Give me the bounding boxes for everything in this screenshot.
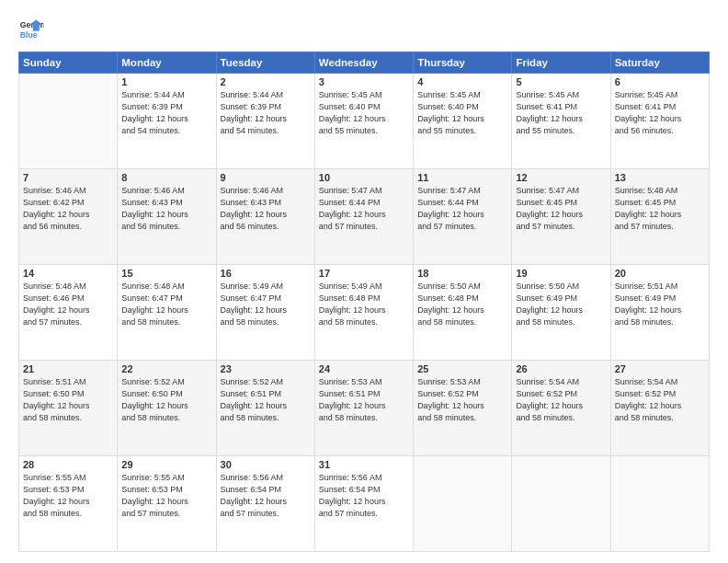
day-number: 7 (23, 172, 113, 183)
day-number: 17 (319, 268, 409, 279)
day-info: Sunrise: 5:49 AM Sunset: 6:48 PM Dayligh… (319, 281, 409, 328)
day-info: Sunrise: 5:47 AM Sunset: 6:44 PM Dayligh… (417, 185, 507, 233)
day-number: 2 (221, 76, 311, 87)
calendar-cell (19, 74, 118, 169)
day-info: Sunrise: 5:45 AM Sunset: 6:41 PM Dayligh… (516, 89, 606, 137)
calendar-cell: 13Sunrise: 5:48 AM Sunset: 6:45 PM Dayli… (610, 169, 709, 265)
day-number: 9 (221, 172, 311, 183)
calendar-cell: 28Sunrise: 5:55 AM Sunset: 6:53 PM Dayli… (19, 456, 118, 552)
calendar-cell: 5Sunrise: 5:45 AM Sunset: 6:41 PM Daylig… (512, 74, 610, 169)
day-number: 29 (121, 459, 211, 470)
day-number: 5 (516, 76, 606, 87)
calendar-cell: 23Sunrise: 5:52 AM Sunset: 6:51 PM Dayli… (216, 361, 314, 456)
day-number: 14 (23, 268, 113, 279)
day-info: Sunrise: 5:52 AM Sunset: 6:50 PM Dayligh… (121, 376, 211, 424)
day-header-thursday: Thursday (414, 52, 512, 74)
day-info: Sunrise: 5:45 AM Sunset: 6:40 PM Dayligh… (417, 89, 507, 137)
calendar-cell: 9Sunrise: 5:46 AM Sunset: 6:43 PM Daylig… (216, 169, 314, 265)
day-header-sunday: Sunday (19, 52, 118, 74)
calendar-cell: 3Sunrise: 5:45 AM Sunset: 6:40 PM Daylig… (314, 74, 413, 169)
calendar-cell: 21Sunrise: 5:51 AM Sunset: 6:50 PM Dayli… (19, 361, 118, 456)
day-info: Sunrise: 5:53 AM Sunset: 6:52 PM Dayligh… (417, 376, 507, 424)
day-number: 20 (615, 268, 705, 279)
calendar-cell: 25Sunrise: 5:53 AM Sunset: 6:52 PM Dayli… (414, 361, 512, 456)
day-info: Sunrise: 5:45 AM Sunset: 6:40 PM Dayligh… (319, 89, 409, 137)
svg-text:Blue: Blue (20, 30, 38, 40)
day-info: Sunrise: 5:54 AM Sunset: 6:52 PM Dayligh… (615, 376, 705, 424)
day-number: 6 (615, 76, 705, 87)
calendar-cell (414, 456, 512, 552)
calendar-cell: 19Sunrise: 5:50 AM Sunset: 6:49 PM Dayli… (512, 265, 610, 361)
day-info: Sunrise: 5:50 AM Sunset: 6:48 PM Dayligh… (417, 281, 507, 328)
calendar-cell: 7Sunrise: 5:46 AM Sunset: 6:42 PM Daylig… (19, 169, 118, 265)
day-number: 18 (417, 268, 507, 279)
calendar-header-row: SundayMondayTuesdayWednesdayThursdayFrid… (19, 52, 710, 74)
day-number: 12 (516, 172, 606, 183)
day-info: Sunrise: 5:44 AM Sunset: 6:39 PM Dayligh… (221, 89, 311, 137)
day-number: 15 (121, 268, 211, 279)
day-number: 22 (121, 363, 211, 374)
day-number: 4 (417, 76, 507, 87)
calendar-table: SundayMondayTuesdayWednesdayThursdayFrid… (18, 52, 710, 552)
day-header-wednesday: Wednesday (314, 52, 413, 74)
calendar-cell: 17Sunrise: 5:49 AM Sunset: 6:48 PM Dayli… (314, 265, 413, 361)
day-number: 28 (23, 459, 113, 470)
day-number: 1 (121, 76, 211, 87)
day-number: 10 (319, 172, 409, 183)
day-number: 16 (221, 268, 311, 279)
svg-text:General: General (20, 20, 44, 29)
day-number: 21 (23, 363, 113, 374)
calendar-cell: 11Sunrise: 5:47 AM Sunset: 6:44 PM Dayli… (414, 169, 512, 265)
calendar-cell: 15Sunrise: 5:48 AM Sunset: 6:47 PM Dayli… (118, 265, 216, 361)
day-header-saturday: Saturday (610, 52, 709, 74)
calendar-cell: 4Sunrise: 5:45 AM Sunset: 6:40 PM Daylig… (414, 74, 512, 169)
day-info: Sunrise: 5:55 AM Sunset: 6:53 PM Dayligh… (23, 472, 113, 520)
week-row-3: 14Sunrise: 5:48 AM Sunset: 6:46 PM Dayli… (19, 265, 710, 361)
day-info: Sunrise: 5:46 AM Sunset: 6:42 PM Dayligh… (23, 185, 113, 233)
calendar-cell: 26Sunrise: 5:54 AM Sunset: 6:52 PM Dayli… (512, 361, 610, 456)
day-info: Sunrise: 5:45 AM Sunset: 6:41 PM Dayligh… (615, 89, 705, 137)
day-header-friday: Friday (512, 52, 610, 74)
week-row-2: 7Sunrise: 5:46 AM Sunset: 6:42 PM Daylig… (19, 169, 710, 265)
header: General Blue (18, 17, 710, 42)
calendar-cell: 27Sunrise: 5:54 AM Sunset: 6:52 PM Dayli… (610, 361, 709, 456)
day-number: 11 (417, 172, 507, 183)
day-info: Sunrise: 5:54 AM Sunset: 6:52 PM Dayligh… (516, 376, 606, 424)
calendar-cell: 2Sunrise: 5:44 AM Sunset: 6:39 PM Daylig… (216, 74, 314, 169)
calendar-cell: 1Sunrise: 5:44 AM Sunset: 6:39 PM Daylig… (118, 74, 216, 169)
day-info: Sunrise: 5:48 AM Sunset: 6:47 PM Dayligh… (121, 281, 211, 328)
day-header-tuesday: Tuesday (216, 52, 314, 74)
calendar-cell: 12Sunrise: 5:47 AM Sunset: 6:45 PM Dayli… (512, 169, 610, 265)
day-info: Sunrise: 5:46 AM Sunset: 6:43 PM Dayligh… (221, 185, 311, 233)
calendar-cell: 29Sunrise: 5:55 AM Sunset: 6:53 PM Dayli… (118, 456, 216, 552)
logo: General Blue (18, 17, 48, 42)
day-number: 13 (615, 172, 705, 183)
day-header-monday: Monday (118, 52, 216, 74)
calendar-cell: 22Sunrise: 5:52 AM Sunset: 6:50 PM Dayli… (118, 361, 216, 456)
day-number: 26 (516, 363, 606, 374)
day-number: 8 (121, 172, 211, 183)
calendar-cell (512, 456, 610, 552)
day-info: Sunrise: 5:44 AM Sunset: 6:39 PM Dayligh… (121, 89, 211, 137)
calendar-cell: 20Sunrise: 5:51 AM Sunset: 6:49 PM Dayli… (610, 265, 709, 361)
day-number: 25 (417, 363, 507, 374)
calendar-cell: 6Sunrise: 5:45 AM Sunset: 6:41 PM Daylig… (610, 74, 709, 169)
calendar-cell: 8Sunrise: 5:46 AM Sunset: 6:43 PM Daylig… (118, 169, 216, 265)
calendar-cell: 24Sunrise: 5:53 AM Sunset: 6:51 PM Dayli… (314, 361, 413, 456)
calendar-cell: 18Sunrise: 5:50 AM Sunset: 6:48 PM Dayli… (414, 265, 512, 361)
day-number: 27 (615, 363, 705, 374)
calendar-cell: 14Sunrise: 5:48 AM Sunset: 6:46 PM Dayli… (19, 265, 118, 361)
day-number: 31 (319, 459, 409, 470)
day-info: Sunrise: 5:51 AM Sunset: 6:49 PM Dayligh… (615, 281, 705, 328)
day-number: 19 (516, 268, 606, 279)
day-info: Sunrise: 5:48 AM Sunset: 6:45 PM Dayligh… (615, 185, 705, 233)
day-info: Sunrise: 5:56 AM Sunset: 6:54 PM Dayligh… (319, 472, 409, 520)
week-row-4: 21Sunrise: 5:51 AM Sunset: 6:50 PM Dayli… (19, 361, 710, 456)
day-info: Sunrise: 5:47 AM Sunset: 6:45 PM Dayligh… (516, 185, 606, 233)
page: General Blue SundayMondayTuesdayWednesda… (0, 0, 728, 563)
calendar-cell: 31Sunrise: 5:56 AM Sunset: 6:54 PM Dayli… (314, 456, 413, 552)
logo-icon: General Blue (18, 17, 44, 42)
week-row-1: 1Sunrise: 5:44 AM Sunset: 6:39 PM Daylig… (19, 74, 710, 169)
day-info: Sunrise: 5:46 AM Sunset: 6:43 PM Dayligh… (121, 185, 211, 233)
calendar-cell (610, 456, 709, 552)
